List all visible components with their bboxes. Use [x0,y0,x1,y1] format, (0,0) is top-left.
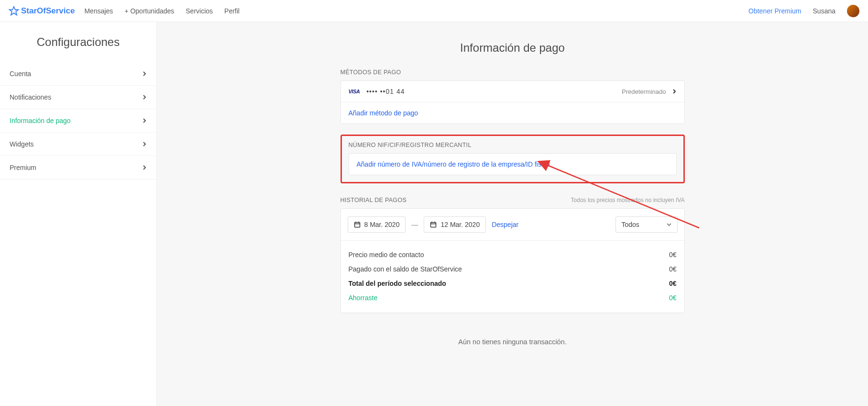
sidebar-item-notificaciones[interactable]: Notificaciones [0,86,156,109]
add-payment-method-link[interactable]: Añadir método de pago [349,109,418,117]
sidebar-item-label: Notificaciones [10,93,51,101]
date-to-value: 12 Mar. 2020 [440,221,480,228]
add-vat-link[interactable]: Añadir número de IVA/número de registro … [357,160,550,168]
vat-heading: NÚMERO NIF/CIF/REGISTRO MERCANTIL [349,142,677,148]
avg-price-value: 0€ [669,251,677,259]
paid-balance-row: Pagado con el saldo de StarOfService 0€ [349,262,677,276]
star-icon [9,6,19,16]
date-from-value: 8 Mar. 2020 [364,221,400,228]
chevron-right-icon [142,118,147,123]
saved-row: Ahorraste 0€ [349,291,677,305]
history-note: Todos los precios mostrados no incluyen … [571,197,685,203]
content-wrap: Información de pago MÉTODOS DE PAGO VISA… [341,41,685,346]
history-heading: HISTORIAL DE PAGOS Todos los precios mos… [341,197,685,203]
visa-icon: VISA [349,89,360,94]
history-summary: Precio medio de contacto 0€ Pagado con e… [341,240,684,313]
no-transactions-message: Aún no tienes ninguna transacción. [341,338,685,346]
sidebar: Configuraciones Cuenta Notificaciones In… [0,22,157,406]
chevron-right-icon [672,89,677,94]
svg-rect-1 [431,223,436,227]
vat-card: Añadir número de IVA/número de registro … [349,153,677,175]
clear-dates-link[interactable]: Despejar [492,221,518,228]
total-value: 0€ [669,280,677,287]
page-layout: Configuraciones Cuenta Notificaciones In… [0,22,868,406]
sidebar-item-premium[interactable]: Premium [0,156,156,180]
sidebar-item-widgets[interactable]: Widgets [0,133,156,156]
chevron-right-icon [142,165,147,170]
add-vat-row: Añadir número de IVA/número de registro … [349,154,676,175]
chevron-right-icon [142,142,147,147]
nav-servicios[interactable]: Servicios [186,7,213,15]
payment-methods-card: VISA •••• ••01 44 Predeterminado Añadir … [341,80,685,124]
main-content: Información de pago MÉTODOS DE PAGO VISA… [157,22,868,406]
payment-method-row[interactable]: VISA •••• ••01 44 Predeterminado [341,81,684,102]
logo[interactable]: StarOfService [9,6,75,16]
date-separator: — [411,221,418,228]
sidebar-item-cuenta[interactable]: Cuenta [0,62,156,86]
payment-history-section: HISTORIAL DE PAGOS Todos los precios mos… [341,197,685,313]
page-title: Información de pago [341,41,685,55]
username-label[interactable]: Susana [813,7,835,15]
card-masked-number: •••• ••01 44 [366,88,405,95]
nav-right: Obtener Premium Susana [748,5,859,17]
chevron-down-icon [667,222,671,227]
payment-methods-section: MÉTODOS DE PAGO VISA •••• ••01 44 Predet… [341,69,685,124]
history-filter-bar: 8 Mar. 2020 — 12 Mar. 2020 Despejar Todo… [341,209,684,237]
default-label: Predeterminado [622,88,666,95]
nav-links: Mensajes + Oportunidades Servicios Perfi… [84,7,240,15]
filter-select[interactable]: Todos [615,216,678,233]
saved-value: 0€ [669,294,677,302]
premium-link[interactable]: Obtener Premium [748,7,801,15]
history-card: 8 Mar. 2020 — 12 Mar. 2020 Despejar Todo… [341,208,685,313]
chevron-right-icon [142,95,147,100]
sidebar-item-label: Premium [10,164,36,171]
svg-rect-0 [354,223,360,227]
sidebar-item-informacion-de-pago[interactable]: Información de pago [0,109,156,133]
sidebar-item-label: Cuenta [10,70,31,78]
sidebar-item-label: Información de pago [10,117,71,124]
nav-perfil[interactable]: Perfil [224,7,240,15]
top-navbar: StarOfService Mensajes + Oportunidades S… [0,0,868,22]
paid-balance-label: Pagado con el saldo de StarOfService [349,265,462,273]
add-payment-method-row: Añadir método de pago [341,102,684,124]
history-heading-text: HISTORIAL DE PAGOS [341,197,407,203]
saved-label: Ahorraste [349,294,378,302]
sidebar-item-label: Widgets [10,140,34,148]
avatar[interactable] [847,5,859,17]
sidebar-title: Configuraciones [0,35,156,62]
total-row: Total del período seleccionado 0€ [349,276,677,291]
vat-highlight-box: NÚMERO NIF/CIF/REGISTRO MERCANTIL Añadir… [341,135,685,183]
logo-text: StarOfService [21,6,75,16]
date-from-input[interactable]: 8 Mar. 2020 [348,216,406,233]
paid-balance-value: 0€ [669,265,677,273]
payment-methods-heading: MÉTODOS DE PAGO [341,69,685,76]
filter-select-value: Todos [622,221,639,228]
calendar-icon [354,221,361,228]
total-label: Total del período seleccionado [349,280,446,287]
date-to-input[interactable]: 12 Mar. 2020 [424,216,486,233]
nav-oportunidades[interactable]: + Oportunidades [124,7,174,15]
avg-price-row: Precio medio de contacto 0€ [349,248,677,262]
calendar-icon [430,221,437,228]
nav-mensajes[interactable]: Mensajes [84,7,113,15]
avg-price-label: Precio medio de contacto [349,251,424,259]
chevron-right-icon [142,71,147,76]
